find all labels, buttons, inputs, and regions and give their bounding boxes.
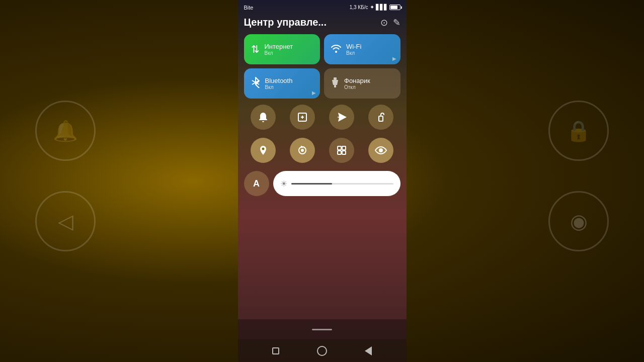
location-btn[interactable]	[251, 138, 276, 163]
wifi-icon	[331, 44, 341, 55]
back-btn[interactable]	[361, 343, 376, 358]
bg-location-icon: ◁	[35, 191, 96, 251]
brightness-fill	[291, 183, 332, 185]
bluetooth-status-icon: ✦	[370, 4, 374, 11]
svg-marker-2	[332, 80, 338, 85]
rotation-btn[interactable]	[290, 138, 315, 163]
svg-point-9	[262, 148, 265, 150]
control-center: Центр управле... ⊙ ✎ ⇅ Интернет Вкл	[238, 13, 407, 319]
flashlight-text: Фонарик Откл	[344, 77, 370, 90]
bluetooth-text: Bluetooth Вкл	[265, 77, 293, 90]
recent-apps-icon	[272, 347, 279, 354]
internet-status: Вкл	[265, 50, 293, 56]
flashlight-toggle[interactable]: Фонарик Откл	[324, 68, 400, 99]
internet-icon: ⇅	[251, 43, 260, 55]
brightness-icon: ☀	[280, 179, 287, 189]
svg-rect-8	[379, 116, 383, 121]
eye-btn[interactable]	[368, 138, 393, 163]
back-icon	[365, 346, 372, 355]
bg-bell-icon: 🔔	[35, 101, 96, 161]
scan-btn[interactable]	[329, 138, 354, 163]
svg-rect-3	[334, 77, 337, 80]
network-speed: 1,3 КБ/с	[350, 5, 368, 10]
cc-header: Центр управле... ⊙ ✎	[244, 13, 400, 34]
battery-fill	[390, 6, 397, 9]
airplane-btn[interactable]	[329, 105, 354, 130]
wifi-status: Вкл	[346, 50, 361, 56]
text-size-btn[interactable]: A	[244, 171, 269, 196]
cc-title: Центр управле...	[244, 17, 327, 28]
settings-icon[interactable]: ⊙	[380, 17, 388, 28]
notification-btn[interactable]	[251, 105, 276, 130]
carrier-label: Bite	[244, 5, 254, 11]
bg-lock-icon: 🔒	[548, 101, 609, 161]
quick-actions-row1	[244, 103, 400, 132]
nav-bar	[238, 339, 407, 362]
internet-text: Интернет Вкл	[265, 43, 293, 56]
quick-actions-row2	[244, 136, 400, 165]
svg-point-16	[379, 149, 382, 152]
toggle-grid-row1: ⇅ Интернет Вкл Wi-Fi Вкл	[244, 34, 400, 64]
cc-header-icons: ⊙ ✎	[380, 17, 400, 28]
signal-icon: ▋▋▋	[376, 4, 388, 11]
flashlight-icon	[331, 77, 339, 90]
status-bar: Bite 1,3 КБ/с ✦ ▋▋▋	[238, 0, 407, 13]
lock-rotation-btn[interactable]	[368, 105, 393, 130]
svg-rect-14	[338, 151, 341, 154]
home-btn[interactable]	[314, 343, 330, 358]
edit-icon[interactable]: ✎	[393, 17, 400, 28]
bottom-row: A ☀	[244, 171, 400, 196]
svg-rect-12	[338, 146, 341, 150]
bg-eye-icon: ◉	[548, 191, 609, 251]
bluetooth-icon	[251, 77, 260, 90]
internet-toggle[interactable]: ⇅ Интернет Вкл	[244, 34, 320, 64]
internet-name: Интернет	[265, 43, 293, 50]
wifi-toggle[interactable]: Wi-Fi Вкл ▶	[324, 34, 400, 64]
bluetooth-status: Вкл	[265, 84, 293, 90]
bluetooth-name: Bluetooth	[265, 77, 293, 84]
status-right: 1,3 КБ/с ✦ ▋▋▋	[350, 4, 400, 11]
bluetooth-arrow: ▶	[312, 90, 316, 96]
wifi-text: Wi-Fi Вкл	[346, 43, 361, 56]
battery-icon	[389, 5, 400, 10]
wifi-arrow: ▶	[392, 56, 396, 61]
screenshot-btn[interactable]	[290, 105, 315, 130]
recent-apps-btn[interactable]	[268, 343, 283, 358]
flashlight-name: Фонарик	[344, 77, 370, 84]
svg-rect-13	[342, 146, 346, 150]
svg-point-11	[301, 149, 303, 151]
flashlight-status: Откл	[344, 84, 370, 90]
toggle-grid-row2: Bluetooth Вкл ▶ Фонарик Откл	[244, 68, 400, 99]
home-indicator	[312, 329, 332, 330]
svg-rect-15	[342, 151, 346, 154]
home-indicator-area	[238, 319, 407, 339]
home-icon	[317, 346, 327, 356]
phone-frame: Bite 1,3 КБ/с ✦ ▋▋▋ Центр управле... ⊙ ✎…	[238, 0, 407, 362]
bluetooth-toggle[interactable]: Bluetooth Вкл ▶	[244, 68, 320, 99]
wifi-name: Wi-Fi	[346, 43, 361, 50]
svg-rect-4	[334, 85, 336, 87]
brightness-slider[interactable]: ☀	[273, 171, 400, 196]
brightness-track	[291, 183, 393, 185]
